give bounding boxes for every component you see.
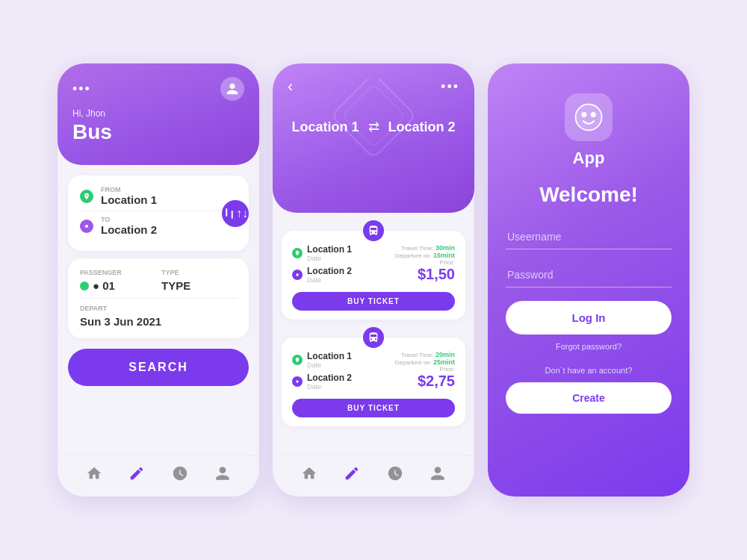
departure-label-2: Departure on: 25mint — [395, 358, 455, 366]
type-label: TYPE — [161, 269, 237, 276]
welcome-text: Welcome! — [539, 183, 638, 207]
from-location: Location 1 — [101, 193, 157, 206]
travel-time-label-1: Travel Time: 30min — [395, 244, 455, 252]
route-card: FROM Location 1 TO Location 2 ↑↓ — [68, 175, 249, 251]
swap-button[interactable]: ↑↓ — [222, 200, 249, 227]
ticket1-to: Location 2 — [307, 266, 352, 276]
depart-label: DEPART — [80, 305, 237, 312]
menu-dots-icon[interactable]: ••• — [72, 81, 91, 97]
nav2-edit-icon[interactable] — [344, 465, 360, 485]
ticket-card-2: Location 1 Date Location 2 Date — [282, 337, 465, 426]
svg-point-3 — [296, 273, 298, 276]
app-logo — [565, 93, 613, 141]
buy-ticket-button-1[interactable]: BUY TICKET — [292, 292, 455, 311]
from-label: FROM — [101, 186, 157, 193]
from-dot-2 — [292, 355, 303, 365]
svg-point-0 — [85, 224, 88, 227]
departure-label-1: Departure on: 15mint — [395, 252, 455, 259]
search-button[interactable]: SEARCH — [68, 349, 249, 386]
nav-home-icon[interactable] — [86, 465, 102, 485]
ticket1-to-date: Date — [307, 276, 352, 284]
from-dot-1 — [292, 248, 303, 258]
app-title: App — [573, 149, 605, 168]
nav2-user-icon[interactable] — [430, 465, 446, 485]
phone2-header: ‹ ••• Location 1 ⇄ Location 2 — [273, 63, 474, 213]
no-account-text: Don´t have an account? — [545, 366, 633, 375]
passenger-dot — [80, 281, 89, 290]
nav2-clock-icon[interactable] — [387, 465, 403, 485]
info-card: PASSENGER ● 01 TYPE TYPE DEPART Sun 3 Ju… — [68, 258, 249, 338]
menu-dots-icon[interactable]: ••• — [441, 79, 459, 95]
type-value: TYPE — [161, 279, 237, 292]
svg-rect-2 — [342, 84, 406, 148]
nav-clock-icon[interactable] — [172, 465, 188, 485]
ticket2-to: Location 2 — [307, 373, 352, 383]
ticket2-from-date: Date — [307, 361, 352, 369]
to-icon — [80, 220, 93, 233]
phone1-header: ••• Hi, Jhon Bus — [58, 63, 259, 165]
svg-point-7 — [583, 115, 586, 117]
bus-icon-2 — [363, 327, 384, 348]
to-dot-1 — [292, 270, 303, 280]
from-icon — [80, 190, 93, 203]
forgot-password-link[interactable]: Forgot password? — [556, 342, 622, 351]
travel-time-label-2: Travel Time: 20min — [395, 351, 455, 358]
depart-value: Sun 3 Jun 2021 — [80, 315, 237, 328]
ticket-card-1: Location 1 Date Location 2 Date — [282, 231, 465, 320]
swap-icon[interactable]: ⇄ — [368, 119, 379, 135]
bus-icon-1 — [363, 220, 384, 241]
login-screen: App Welcome! Log In Forgot password? Don… — [488, 63, 689, 497]
svg-point-5 — [576, 105, 602, 131]
phone-1: ••• Hi, Jhon Bus FROM Location 1 — [58, 63, 259, 497]
svg-point-4 — [296, 380, 298, 382]
back-button[interactable]: ‹ — [288, 77, 293, 96]
ticket1-from-date: Date — [307, 255, 352, 262]
price-value-1: $1,50 — [395, 266, 455, 283]
ticket2-to-date: Date — [307, 383, 352, 391]
price-value-2: $2,75 — [395, 373, 455, 390]
ticket2-from: Location 1 — [307, 351, 352, 361]
phone2-body: Location 1 Date Location 2 Date — [273, 213, 474, 455]
buy-ticket-button-2[interactable]: BUY TICKET — [292, 399, 455, 417]
passenger-value: ● 01 — [80, 279, 155, 292]
ticket1-from: Location 1 — [307, 244, 352, 255]
to-label: TO — [101, 216, 157, 223]
to-location: Location 2 — [101, 223, 157, 236]
phone-3: App Welcome! Log In Forgot password? Don… — [488, 63, 689, 497]
svg-point-9 — [592, 115, 595, 117]
username-input[interactable] — [506, 225, 672, 249]
passenger-label: PASSENGER — [80, 269, 155, 276]
price-label-2: Price: — [395, 366, 455, 373]
price-label-1: Price: — [395, 259, 455, 266]
nav2-home-icon[interactable] — [301, 465, 317, 485]
nav-user-icon[interactable] — [214, 465, 231, 485]
page-title: Bus — [72, 120, 244, 144]
phone-2: ‹ ••• Location 1 ⇄ Location 2 — [273, 63, 474, 497]
login-button[interactable]: Log In — [506, 301, 672, 335]
bottom-navbar — [58, 455, 259, 497]
password-input[interactable] — [506, 263, 672, 287]
nav-edit-icon[interactable] — [128, 465, 145, 485]
greeting-text: Hi, Jhon — [72, 108, 244, 119]
bottom-navbar-2 — [273, 455, 474, 497]
create-account-button[interactable]: Create — [506, 382, 672, 414]
avatar[interactable] — [220, 77, 244, 101]
to-dot-2 — [292, 376, 303, 387]
